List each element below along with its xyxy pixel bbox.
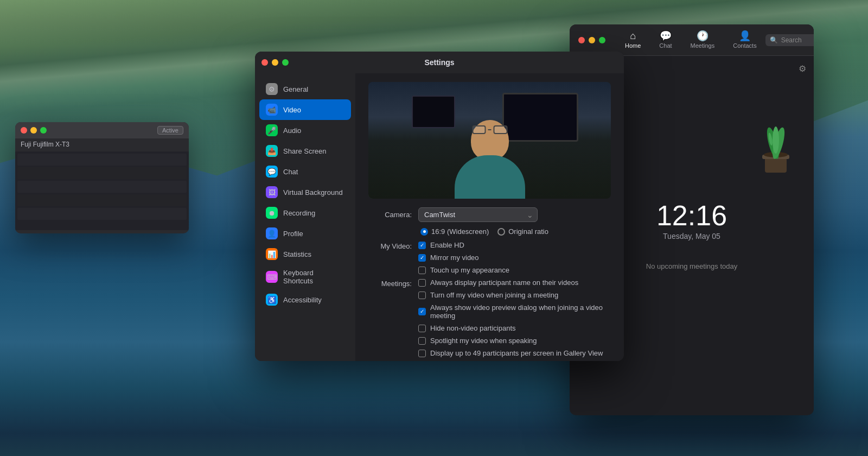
- share-screen-icon: 📤: [266, 145, 278, 157]
- camera-window-body: [15, 151, 189, 230]
- minimize-button[interactable]: [30, 127, 37, 134]
- settings-close-button[interactable]: [261, 59, 268, 66]
- mirror-video-checkbox[interactable]: [418, 254, 426, 262]
- checkbox-gallery-view[interactable]: Display up to 49 participants per screen…: [418, 349, 611, 357]
- search-placeholder: Search: [781, 36, 802, 44]
- settings-traffic-lights: [261, 59, 289, 66]
- zoom-close-button[interactable]: [578, 37, 585, 43]
- search-icon: 🔍: [770, 36, 778, 44]
- general-icon: ⚙: [266, 83, 278, 95]
- sidebar-item-audio[interactable]: 🎤 Audio: [259, 120, 351, 141]
- hide-nonvideo-label: Hide non-video participants: [430, 324, 516, 332]
- settings-titlebar: Settings: [255, 52, 624, 73]
- checkbox-participant-name[interactable]: Always display participant name on their…: [418, 278, 611, 287]
- home-icon: ⌂: [630, 31, 636, 41]
- hide-nonvideo-checkbox[interactable]: [418, 325, 426, 332]
- zoom-maximize-button[interactable]: [599, 37, 605, 43]
- camera-select-wrapper: CamTwist ⌄: [418, 207, 538, 222]
- participant-name-checkbox[interactable]: [418, 279, 426, 287]
- settings-content-area: Camera: CamTwist ⌄ 16:9 (Widescr: [355, 73, 624, 361]
- nav-chat[interactable]: 💬 Chat: [650, 28, 680, 52]
- sidebar-item-chat[interactable]: 💬 Chat: [259, 161, 351, 182]
- zoom-traffic-lights: [578, 37, 605, 43]
- nav-meetings[interactable]: 🕐 Meetings: [682, 28, 724, 52]
- stripe-row: [17, 181, 187, 193]
- maximize-button[interactable]: [40, 127, 47, 134]
- stripe-row: [17, 208, 187, 220]
- video-feed: [368, 82, 611, 199]
- turn-off-video-checkbox[interactable]: [418, 292, 426, 299]
- nav-home[interactable]: ⌂ Home: [616, 28, 649, 52]
- meetings-label: Meetings:: [368, 278, 412, 288]
- sidebar-item-virtual-background[interactable]: 🖼 Virtual Background: [259, 182, 351, 202]
- sidebar-label-chat: Chat: [283, 168, 298, 176]
- sidebar-item-statistics[interactable]: 📊 Statistics: [259, 244, 351, 264]
- sidebar-label-keyboard: Keyboard Shortcuts: [283, 269, 344, 285]
- enable-hd-checkbox[interactable]: [418, 242, 426, 249]
- sidebar-label-vbg: Virtual Background: [283, 188, 343, 197]
- no-meetings-text: No upcoming meetings today: [646, 262, 737, 270]
- keyboard-icon: ⌨: [266, 271, 278, 283]
- checkbox-hide-nonvideo[interactable]: Hide non-video participants: [418, 324, 611, 332]
- sidebar-item-keyboard-shortcuts[interactable]: ⌨ Keyboard Shortcuts: [259, 264, 351, 289]
- camera-setting-row: Camera: CamTwist ⌄: [368, 207, 611, 222]
- settings-maximize-button[interactable]: [282, 59, 289, 66]
- plant-decoration: [749, 110, 803, 175]
- sidebar-item-profile[interactable]: 👤 Profile: [259, 223, 351, 244]
- sidebar-label-profile: Profile: [283, 230, 303, 238]
- video-icon: 📹: [266, 104, 278, 116]
- camera-window-title: Fuji Fujifilm X-T3: [15, 138, 189, 151]
- checkbox-video-preview[interactable]: Always show video preview dialog when jo…: [418, 303, 611, 320]
- nav-meetings-label: Meetings: [691, 42, 715, 49]
- gallery-view-label: Display up to 49 participants per screen…: [430, 349, 603, 357]
- sidebar-item-video[interactable]: 📹 Video: [259, 99, 351, 120]
- spotlight-checkbox[interactable]: [418, 337, 426, 345]
- sidebar-label-accessibility: Accessibility: [283, 296, 322, 304]
- camera-preview: [368, 82, 611, 199]
- zoom-search-box[interactable]: 🔍 Search: [765, 34, 814, 46]
- checkbox-mirror-video[interactable]: Mirror my video: [418, 254, 509, 262]
- checkbox-turn-off-video[interactable]: Turn off my video when joining a meeting: [418, 291, 611, 299]
- camera-label: Camera:: [368, 211, 412, 219]
- radio-widescreen-btn[interactable]: [420, 228, 428, 236]
- camera-select[interactable]: CamTwist: [418, 207, 538, 222]
- camera-window: Active Fuji Fujifilm X-T3: [15, 122, 189, 233]
- zoom-minimize-button[interactable]: [589, 37, 595, 43]
- chat-sidebar-icon: 💬: [266, 166, 278, 178]
- sidebar-item-recording[interactable]: ⏺ Recording: [259, 202, 351, 223]
- audio-icon: 🎤: [266, 124, 278, 136]
- sidebar-label-general: General: [283, 85, 308, 93]
- my-video-checkboxes: Enable HD Mirror my video Touch up my ap…: [418, 241, 509, 274]
- touch-up-checkbox[interactable]: [418, 267, 426, 274]
- gear-icon[interactable]: ⚙: [799, 64, 806, 74]
- my-video-label: My Video:: [368, 241, 412, 250]
- nav-home-label: Home: [625, 42, 641, 49]
- checkbox-enable-hd[interactable]: Enable HD: [418, 241, 509, 249]
- svg-point-5: [773, 126, 779, 154]
- radio-original-btn[interactable]: [497, 228, 505, 236]
- aspect-ratio-row: 16:9 (Widescreen) Original ratio: [368, 227, 611, 236]
- sidebar-label-stats: Statistics: [283, 250, 311, 258]
- settings-window: Settings ⚙ General 📹 Video 🎤 Audio 📤 Sha…: [255, 52, 624, 361]
- sidebar-label-recording: Recording: [283, 209, 315, 217]
- checkbox-spotlight[interactable]: Spotlight my video when speaking: [418, 337, 611, 345]
- mirror-video-label: Mirror my video: [430, 254, 479, 262]
- radio-widescreen[interactable]: 16:9 (Widescreen): [420, 227, 489, 236]
- radio-original[interactable]: Original ratio: [497, 227, 548, 236]
- aspect-radio-group: 16:9 (Widescreen) Original ratio: [420, 227, 548, 236]
- stripe-row: [17, 154, 187, 166]
- nav-contacts[interactable]: 👤 Contacts: [724, 28, 765, 52]
- video-preview-label: Always show video preview dialog when jo…: [430, 303, 611, 320]
- close-button[interactable]: [21, 127, 27, 134]
- enable-hd-label: Enable HD: [430, 241, 464, 249]
- sidebar-item-general[interactable]: ⚙ General: [259, 79, 351, 99]
- radio-widescreen-label: 16:9 (Widescreen): [431, 227, 489, 236]
- gallery-view-checkbox[interactable]: [418, 350, 426, 357]
- sidebar-item-accessibility[interactable]: ♿ Accessibility: [259, 289, 351, 310]
- sidebar-item-share-screen[interactable]: 📤 Share Screen: [259, 141, 351, 161]
- statistics-icon: 📊: [266, 248, 278, 260]
- video-preview-checkbox[interactable]: [418, 308, 426, 315]
- my-video-section-row: My Video: Enable HD Mirror my video Touc…: [368, 241, 611, 274]
- checkbox-touch-up[interactable]: Touch up my appearance: [418, 266, 509, 274]
- settings-minimize-button[interactable]: [272, 59, 278, 66]
